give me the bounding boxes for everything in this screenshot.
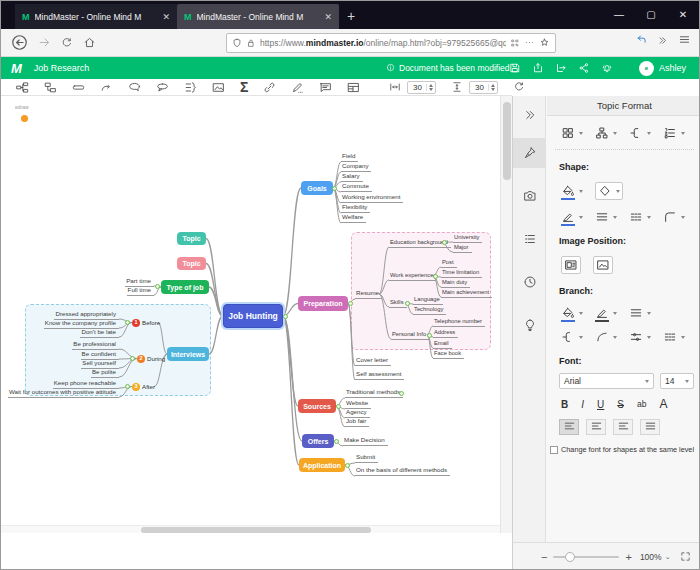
m-node-email[interactable]: Email bbox=[433, 339, 452, 349]
branch-arrange-icon[interactable] bbox=[629, 330, 651, 344]
image-position-right-icon[interactable] bbox=[593, 256, 613, 274]
m-node-job-hunting[interactable]: Job Hunting bbox=[223, 304, 283, 328]
collapse-panel-icon[interactable] bbox=[513, 100, 546, 130]
m-node-after[interactable]: 3After bbox=[132, 382, 155, 391]
branch-collapse-marker[interactable] bbox=[155, 284, 160, 289]
m-node-traditional-methods[interactable]: Traditional methods bbox=[345, 388, 403, 398]
fill-color-icon[interactable] bbox=[561, 184, 583, 198]
zoom-in-button[interactable]: + bbox=[625, 551, 631, 563]
m-node-address[interactable]: Address bbox=[433, 328, 458, 338]
branch-weight-icon[interactable] bbox=[629, 306, 651, 320]
url-bar[interactable]: https://www.mindmaster.io/online/map.htm… bbox=[226, 33, 556, 53]
m-node-type-of-job[interactable]: Type of job bbox=[161, 280, 209, 294]
maximize-button[interactable]: ▢ bbox=[635, 9, 667, 20]
mindmaster-logo[interactable]: M bbox=[11, 61, 22, 76]
m-node-be-professional[interactable]: Be professional bbox=[72, 340, 119, 350]
m-node-commute[interactable]: Commute bbox=[341, 182, 372, 192]
back-icon[interactable] bbox=[11, 34, 28, 51]
m-node-goals[interactable]: Goals bbox=[301, 181, 333, 195]
branch-collapse-marker[interactable] bbox=[442, 240, 447, 245]
m-node-salary[interactable]: Salary bbox=[341, 172, 363, 182]
corner-style-icon[interactable] bbox=[663, 210, 685, 224]
idea-tab-icon[interactable] bbox=[513, 310, 546, 340]
align-justify-button[interactable] bbox=[640, 419, 660, 435]
tab-close-icon[interactable]: ✕ bbox=[162, 12, 170, 22]
branch-collapse-marker[interactable] bbox=[427, 333, 432, 338]
note-icon[interactable] bbox=[291, 81, 304, 94]
align-right-button[interactable] bbox=[586, 419, 606, 435]
new-tab-button[interactable]: + bbox=[347, 4, 355, 29]
notice-icon[interactable] bbox=[601, 62, 613, 74]
branch-curve-icon[interactable] bbox=[595, 330, 617, 344]
numbering-icon[interactable] bbox=[663, 126, 685, 140]
m-node-work-experience[interactable]: Work experience bbox=[389, 271, 436, 281]
m-node-sources[interactable]: Sources bbox=[298, 399, 336, 413]
m-node-welfare[interactable]: Welfare bbox=[341, 213, 366, 223]
border-dash-icon[interactable] bbox=[629, 210, 651, 224]
pocket-arrow-icon[interactable] bbox=[634, 32, 647, 50]
m-node-offers[interactable]: Offers bbox=[302, 434, 334, 448]
close-button[interactable]: ✕ bbox=[667, 9, 699, 20]
m-node-self-assessment[interactable]: Self assessment bbox=[355, 370, 404, 380]
insert-subtopic-icon[interactable] bbox=[44, 81, 57, 94]
structure-icon[interactable] bbox=[595, 126, 617, 140]
bookmark-star-icon[interactable] bbox=[539, 34, 550, 52]
refresh-layout-icon[interactable] bbox=[513, 81, 525, 93]
history-tab-icon[interactable] bbox=[513, 267, 546, 297]
m-node-before[interactable]: 1Before bbox=[132, 318, 160, 327]
page-actions-icon[interactable] bbox=[524, 34, 535, 52]
align-center-button[interactable] bbox=[613, 419, 633, 435]
vertical-scrollbar[interactable] bbox=[500, 96, 512, 533]
m-node-preparation[interactable]: Preparation bbox=[298, 296, 348, 311]
font-s-button[interactable]: S bbox=[617, 399, 624, 410]
m-node-telephone-number[interactable]: Telephone number bbox=[433, 317, 485, 327]
branch-collapse-marker[interactable] bbox=[348, 301, 353, 306]
font-family-select[interactable]: Arial bbox=[559, 373, 654, 389]
branch-collapse-marker[interactable] bbox=[345, 463, 350, 468]
zoom-dropdown-icon[interactable]: ⌄ bbox=[665, 553, 671, 561]
connector-style-icon[interactable] bbox=[629, 126, 651, 140]
horizontal-scrollbar[interactable] bbox=[1, 525, 500, 533]
m-node-technology[interactable]: Technology bbox=[413, 305, 446, 315]
m-node-job-fair[interactable]: Job fair bbox=[345, 417, 369, 427]
m-node-resume[interactable]: Resume bbox=[355, 289, 382, 299]
reload-icon[interactable] bbox=[61, 37, 73, 49]
export-icon[interactable] bbox=[532, 62, 544, 74]
image-position-left-icon[interactable] bbox=[561, 256, 581, 274]
layout-style-icon[interactable] bbox=[561, 126, 583, 140]
branch-collapse-marker[interactable] bbox=[125, 384, 130, 389]
font-b-button[interactable]: B bbox=[561, 399, 568, 410]
m-node-main-duty[interactable]: Main duty bbox=[441, 278, 470, 288]
m-node-wait-outcomes[interactable]: Wait for outcomes with positive attitude bbox=[8, 388, 119, 398]
m-node-different-methods[interactable]: On the basis of different methods bbox=[355, 466, 450, 476]
minimize-button[interactable]: — bbox=[603, 9, 635, 20]
m-node-working-environment[interactable]: Working environment bbox=[341, 193, 403, 203]
m-node-full-time[interactable]: Full time bbox=[127, 286, 154, 296]
insert-image-icon[interactable] bbox=[212, 81, 225, 94]
forward-icon[interactable] bbox=[38, 36, 51, 49]
m-node-company[interactable]: Company bbox=[341, 162, 371, 172]
v-spacing-arrows[interactable] bbox=[488, 84, 495, 91]
branch-collapse-marker[interactable] bbox=[336, 404, 341, 409]
comment-icon[interactable] bbox=[319, 81, 332, 94]
branch-collapse-marker[interactable] bbox=[283, 314, 288, 319]
floating-topic-icon[interactable] bbox=[72, 81, 85, 94]
m-node-during[interactable]: 2During bbox=[137, 354, 165, 363]
m-node-post[interactable]: Post bbox=[441, 258, 457, 268]
vertical-scrollbar-thumb[interactable] bbox=[503, 102, 511, 180]
m-node-cover-letter[interactable]: Cover letter bbox=[355, 356, 391, 366]
m-node-language[interactable]: Language bbox=[413, 295, 443, 305]
m-node-dont-late[interactable]: Don't be late bbox=[80, 328, 119, 338]
zoom-slider-knob[interactable] bbox=[565, 552, 575, 562]
border-color-icon[interactable] bbox=[561, 210, 583, 224]
m-node-main-achievement[interactable]: Main achievement bbox=[441, 288, 492, 298]
shape-style-icon[interactable] bbox=[595, 182, 623, 200]
browser-tab-2[interactable]: M MindMaster - Online Mind M ✕ bbox=[177, 4, 339, 29]
m-node-application[interactable]: Application bbox=[299, 458, 345, 472]
relationship-icon[interactable] bbox=[100, 81, 113, 94]
branch-collapse-marker[interactable] bbox=[433, 274, 438, 279]
m-node-submit[interactable]: Submit bbox=[355, 453, 378, 463]
mindmap-canvas[interactable]: edraw Job HuntingGoalsFieldCompanySalary… bbox=[1, 96, 500, 525]
m-node-topic2[interactable]: Topic bbox=[177, 257, 206, 270]
insert-topic-icon[interactable] bbox=[16, 81, 29, 94]
